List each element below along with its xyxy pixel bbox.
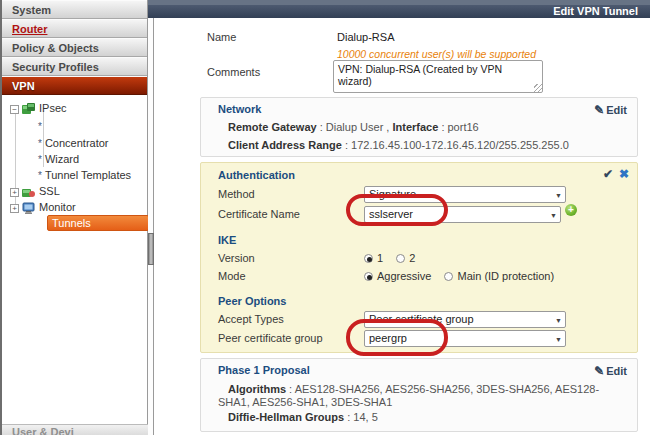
network-section: Network ✎Edit Remote Gateway : Dialup Us… — [200, 97, 638, 157]
tree-item-label: Wizard — [45, 153, 79, 165]
pencil-icon: ✎ — [594, 103, 604, 117]
sidebar-scrollbar-track[interactable] — [148, 18, 154, 435]
phase1-proposal-section: Phase 1 Proposal ✎Edit Algorithms : AES1… — [200, 358, 638, 432]
remote-gateway-label: Remote Gateway — [228, 121, 317, 133]
authentication-section-title: Authentication — [218, 169, 295, 181]
tree-item-ssl[interactable]: +SSL — [10, 183, 60, 199]
radio-label: 2 — [409, 252, 415, 264]
bullet-icon: * — [38, 138, 42, 149]
separator: : — [438, 121, 447, 133]
comments-label: Comments — [207, 66, 260, 78]
peer-certificate-group-label: Peer certificate group — [218, 332, 323, 344]
dh-groups-value: 14, 5 — [353, 411, 377, 423]
network-section-title: Network — [218, 103, 261, 115]
tree-item-wizard[interactable]: *Wizard — [38, 151, 79, 167]
interface-label: Interface — [392, 121, 438, 133]
pencil-icon: ✎ — [594, 364, 604, 378]
network-edit-link[interactable]: ✎Edit — [594, 103, 627, 117]
annotation-circle-certificate — [346, 194, 448, 226]
tree-item-concentrator[interactable]: *Concentrator — [38, 135, 109, 151]
client-address-range-label: Client Address Range — [228, 139, 342, 151]
sidebar-scrollbar-thumb[interactable] — [148, 233, 154, 265]
edit-link-label: Edit — [606, 104, 627, 116]
chevron-down-icon: ▼ — [555, 313, 562, 328]
ike-mode-label: Mode — [218, 270, 246, 282]
comments-input[interactable]: VPN: Dialup-RSA (Created by VPN wizard) — [333, 60, 543, 93]
check-icon[interactable]: ✔ — [603, 167, 613, 181]
edit-link-label: Edit — [606, 365, 627, 377]
tree-item-tunnels-bullet: * — [38, 118, 45, 134]
ike-version-label: Version — [218, 252, 255, 264]
remote-gateway-line: Remote Gateway : Dialup User , Interface… — [228, 121, 479, 133]
separator: : — [342, 139, 351, 151]
radio-version-2[interactable] — [396, 254, 405, 263]
chevron-down-icon: ▼ — [555, 188, 562, 203]
edit-vpn-tunnel-page: Edit VPN Tunnel System Router Policy & O… — [0, 0, 650, 435]
algorithms-line: Algorithms : AES128-SHA256, AES256-SHA25… — [218, 383, 630, 409]
sidebar-item-policy-objects[interactable]: Policy & Objects — [2, 38, 147, 57]
ipsec-folder-icon — [22, 103, 35, 115]
radio-label: Main (ID protection) — [457, 270, 554, 282]
ike-mode-radio-group: Aggressive Main (ID protection) — [364, 270, 564, 282]
sidebar-item-system[interactable]: System — [2, 0, 147, 19]
phase1-section-title: Phase 1 Proposal — [218, 364, 310, 376]
tree-item-label: Monitor — [39, 201, 76, 213]
separator: : — [286, 383, 295, 395]
algorithms-label: Algorithms — [228, 383, 286, 395]
collapse-minus-icon[interactable]: − — [10, 105, 19, 114]
sidebar-item-security-profiles[interactable]: Security Profiles — [2, 57, 147, 76]
tree-item-label: Tunnel Templates — [45, 169, 131, 181]
client-address-range-line: Client Address Range : 172.16.45.100-172… — [228, 139, 569, 151]
expand-plus-icon[interactable]: + — [10, 204, 19, 213]
sidebar-item-router[interactable]: Router — [2, 19, 147, 38]
ike-subsection-title: IKE — [218, 234, 236, 246]
radio-label: 1 — [377, 252, 383, 264]
tree-item-label: IPsec — [39, 102, 67, 114]
add-certificate-icon[interactable]: + — [565, 204, 577, 216]
tree-item-label: Tunnels — [48, 216, 148, 230]
dh-groups-label: Diffie-Hellman Groups — [228, 411, 344, 423]
textarea-resize-grip-icon[interactable] — [534, 84, 542, 92]
separator: : — [344, 411, 353, 423]
bullet-icon: * — [38, 154, 42, 165]
interface-value: port16 — [448, 121, 479, 133]
bullet-icon: * — [38, 121, 42, 132]
sidebar-item-user-device-partial[interactable]: User & Devi — [2, 424, 149, 435]
radio-mode-main[interactable] — [444, 272, 453, 281]
remote-gateway-value: Dialup User — [326, 121, 383, 133]
tree-item-label: SSL — [39, 185, 60, 197]
bullet-icon: * — [38, 170, 42, 181]
ike-version-radio-group: 1 2 — [364, 252, 425, 264]
monitor-icon — [22, 202, 35, 214]
peer-options-subsection-title: Peer Options — [218, 295, 286, 307]
close-icon[interactable]: ✖ — [619, 167, 629, 181]
separator: : — [317, 121, 326, 133]
method-label: Method — [218, 188, 255, 200]
chevron-down-icon: ▼ — [555, 332, 562, 347]
tree-item-tunnels-highlight[interactable]: Tunnels — [47, 215, 149, 231]
concurrent-users-note: 10000 concurrent user(s) will be support… — [337, 48, 536, 60]
tree-item-ipsec[interactable]: −IPsec — [10, 100, 67, 116]
tree-item-monitor[interactable]: +Monitor — [10, 199, 76, 215]
client-address-range-value: 172.16.45.100-172.16.45.120/255.255.255.… — [351, 139, 569, 151]
name-label: Name — [207, 31, 236, 43]
tree-item-label: Concentrator — [45, 137, 109, 149]
radio-version-1[interactable] — [364, 254, 373, 263]
dh-groups-line: Diffie-Hellman Groups : 14, 5 — [228, 411, 378, 423]
chevron-down-icon: ▼ — [550, 208, 557, 223]
name-value: Dialup-RSA — [337, 31, 394, 43]
confirm-cancel-controls: ✔✖ — [603, 167, 629, 181]
tree-item-tunnel-templates[interactable]: *Tunnel Templates — [38, 167, 131, 183]
annotation-circle-peergrp — [346, 319, 448, 356]
phase1-edit-link[interactable]: ✎Edit — [594, 364, 627, 378]
radio-label: Aggressive — [377, 270, 431, 282]
expand-plus-icon[interactable]: + — [10, 188, 19, 197]
radio-mode-aggressive[interactable] — [364, 272, 373, 281]
ssl-icon — [22, 186, 35, 198]
page-title: Edit VPN Tunnel — [148, 5, 650, 18]
sidebar: System Router Policy & Objects Security … — [0, 0, 148, 435]
accept-types-label: Accept Types — [218, 313, 284, 325]
certificate-name-label: Certificate Name — [218, 208, 300, 220]
sidebar-item-vpn[interactable]: VPN — [2, 76, 147, 95]
